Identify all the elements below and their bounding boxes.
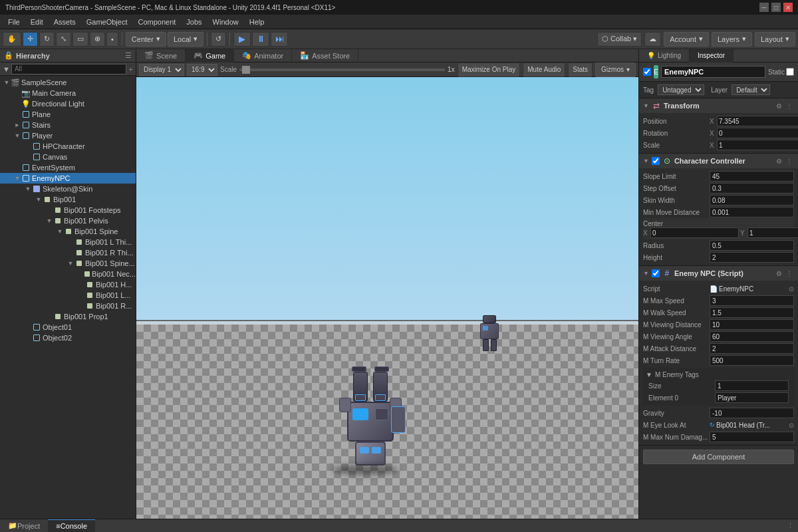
tree-item-spine[interactable]: ▼ Bip001 Spine	[0, 226, 136, 237]
maximize-button[interactable]: □	[771, 3, 781, 12]
scale-tool[interactable]: ⤡	[56, 32, 71, 47]
menu-assets[interactable]: Assets	[49, 17, 81, 27]
add-component-button[interactable]: Add Component	[643, 450, 794, 464]
tab-inspector[interactable]: Inspector	[690, 49, 733, 63]
play-button[interactable]: ▶	[233, 32, 251, 47]
turn-rate-input[interactable]	[710, 355, 794, 366]
hierarchy-menu-icon[interactable]: ☰	[125, 51, 132, 60]
viewing-distance-input[interactable]	[710, 319, 794, 330]
scale-slider[interactable]	[239, 68, 445, 71]
radius-input[interactable]	[710, 240, 794, 251]
tree-item-pelvis[interactable]: ▼ Bip001 Pelvis	[0, 215, 136, 226]
refresh-button[interactable]: ↺	[211, 32, 226, 47]
static-checkbox[interactable]	[786, 68, 794, 76]
attack-distance-input[interactable]	[710, 343, 794, 354]
tab-scene[interactable]: 🎬 Scene	[136, 49, 186, 63]
menu-file[interactable]: File	[3, 17, 25, 27]
menu-help[interactable]: Help	[244, 17, 270, 27]
tree-item-dirlight[interactable]: 💡 Directional Light	[0, 98, 136, 109]
pos-x-input[interactable]	[717, 116, 798, 126]
tab-project[interactable]: 📁 Project	[0, 519, 48, 533]
enemy-npc-menu-icon[interactable]: ⋮	[785, 270, 794, 277]
tree-item-skeleton[interactable]: ▼ Skeleton@Skin	[0, 184, 136, 194]
maximize-on-play-button[interactable]: Maximize On Play	[458, 63, 521, 77]
scale-x-input[interactable]	[717, 140, 798, 150]
center-y-input[interactable]	[747, 227, 798, 238]
char-ctrl-enabled-checkbox[interactable]	[652, 157, 660, 165]
menu-gameobject[interactable]: GameObject	[81, 17, 133, 27]
skin-width-input[interactable]	[710, 195, 794, 205]
slope-limit-input[interactable]	[710, 171, 794, 182]
tree-item-player[interactable]: ▼ Player	[0, 130, 136, 141]
menu-component[interactable]: Component	[132, 17, 181, 27]
tree-item-footsteps[interactable]: Bip001 Footsteps	[0, 205, 136, 215]
tree-item-object01[interactable]: Object01	[0, 322, 136, 332]
tree-item-spine2[interactable]: ▼ Bip001 Spine...	[0, 258, 136, 269]
tab-assetstore[interactable]: 🏪 Asset Store	[292, 49, 358, 63]
rotate-tool[interactable]: ↻	[39, 32, 55, 47]
char-ctrl-settings-icon[interactable]: ⚙	[775, 158, 783, 165]
enemy-npc-header[interactable]: ▼ # Enemy NPC (Script) ⚙ ⋮	[639, 266, 798, 281]
tree-item-bl[interactable]: Bip001 L...	[0, 290, 136, 301]
tree-item-bh[interactable]: Bip001 H...	[0, 279, 136, 290]
tree-item-object02[interactable]: Object02	[0, 332, 136, 343]
char-ctrl-header[interactable]: ▼ ⊙ Character Controller ⚙ ⋮	[639, 154, 798, 168]
script-select-icon[interactable]: ⊙	[789, 285, 794, 293]
step-offset-input[interactable]	[710, 183, 794, 194]
transform-tool[interactable]: ⊕	[90, 32, 105, 47]
object-active-checkbox[interactable]	[643, 68, 651, 76]
tree-item-br[interactable]: Bip001 R...	[0, 301, 136, 311]
display-select[interactable]: Display 1	[139, 64, 184, 76]
char-ctrl-menu-icon[interactable]: ⋮	[785, 158, 794, 165]
tag-select[interactable]: Untagged	[658, 84, 704, 95]
max-num-damage-input[interactable]	[710, 432, 794, 442]
height-input[interactable]	[710, 252, 794, 263]
layer-select[interactable]: Default	[732, 84, 770, 95]
layout-dropdown[interactable]: Layout ▾	[755, 32, 795, 47]
minimize-button[interactable]: ─	[759, 3, 769, 12]
gizmos-dropdown[interactable]: Gizmos ▾	[595, 63, 636, 77]
layers-dropdown[interactable]: Layers ▾	[712, 32, 752, 47]
walk-speed-input[interactable]	[710, 307, 794, 318]
menu-jobs[interactable]: Jobs	[181, 17, 207, 27]
dot-tool[interactable]: •	[106, 32, 118, 47]
rect-tool[interactable]: ▭	[72, 32, 88, 47]
min-move-input[interactable]	[710, 207, 794, 217]
tree-item-eventsystem[interactable]: EventSystem	[0, 162, 136, 173]
tree-item-lthigh[interactable]: Bip001 L Thi...	[0, 237, 136, 247]
tab-game[interactable]: 🎮 Game	[186, 49, 234, 63]
tab-console[interactable]: ≡ Console	[48, 519, 95, 533]
add-hierarchy-icon[interactable]: +	[129, 65, 133, 73]
tree-item-stairs[interactable]: ► Stairs	[0, 120, 136, 130]
tree-item-maincamera[interactable]: 📷 Main Camera	[0, 88, 136, 98]
menu-window[interactable]: Window	[207, 17, 244, 27]
step-button[interactable]: ⏭	[271, 32, 288, 47]
tree-item-hpcharacter[interactable]: HPCharacter	[0, 141, 136, 152]
hierarchy-search-input[interactable]	[11, 64, 126, 74]
gravity-input[interactable]	[710, 408, 794, 418]
account-dropdown[interactable]: Account ▾	[664, 32, 709, 47]
tab-lighting[interactable]: 💡 Lighting	[639, 49, 690, 63]
transform-menu-icon[interactable]: ⋮	[785, 102, 794, 110]
tree-item-enemynpc[interactable]: ▼ EnemyNPC	[0, 173, 136, 184]
menu-edit[interactable]: Edit	[25, 17, 49, 27]
scale-handle[interactable]	[242, 66, 250, 74]
tree-item-canvas[interactable]: Canvas	[0, 152, 136, 162]
size-input[interactable]	[715, 380, 789, 391]
stats-button[interactable]: Stats	[568, 63, 593, 77]
cloud-button[interactable]: ☁	[644, 32, 661, 47]
enemy-npc-settings-icon[interactable]: ⚙	[775, 270, 783, 277]
close-button[interactable]: ✕	[783, 3, 793, 12]
viewing-angle-input[interactable]	[710, 331, 794, 342]
tree-item-bip001[interactable]: ▼ Bip001	[0, 194, 136, 205]
element0-input[interactable]	[715, 392, 789, 403]
tree-item-rthigh[interactable]: Bip001 R Thi...	[0, 247, 136, 258]
center-x-input[interactable]	[650, 227, 739, 238]
tree-item-neck[interactable]: Bip001 Nec...	[0, 269, 136, 279]
aspect-select[interactable]: 16:9	[187, 64, 217, 76]
bottom-panel-menu-icon[interactable]: ⋮	[783, 521, 798, 530]
transform-header[interactable]: ▼ ⇄ Transform ⚙ ⋮	[639, 98, 798, 113]
hand-tool[interactable]: ✋	[3, 32, 21, 47]
tree-item-samplescene[interactable]: ▼ 🎬 SampleScene	[0, 77, 136, 88]
mute-audio-button[interactable]: Mute Audio	[523, 63, 565, 77]
